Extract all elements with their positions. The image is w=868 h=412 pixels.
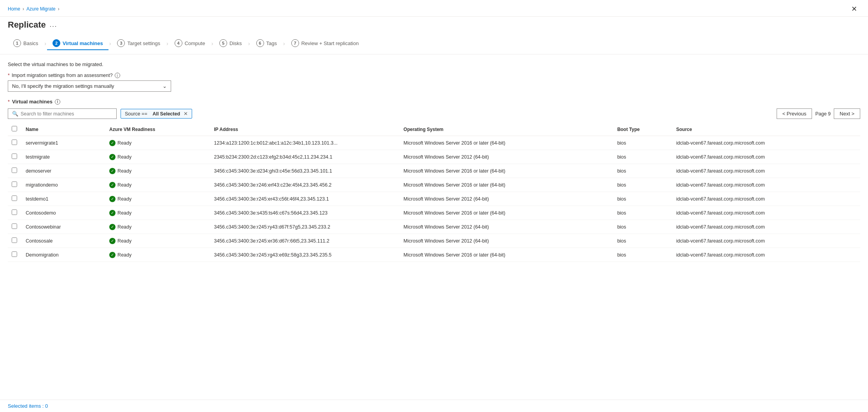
next-button[interactable]: Next >: [834, 108, 860, 119]
footer-bar: Selected items : 0: [0, 400, 868, 412]
table-row: migrationdemo ✓ Ready 3456.c345:3400:3e:…: [8, 178, 860, 192]
ready-check-icon: ✓: [109, 140, 116, 146]
row-name: testdemo1: [22, 192, 105, 206]
import-question-text: Import migration settings from an assess…: [12, 73, 113, 78]
table-row: testdemo1 ✓ Ready 3456.c345:3400:3e:r245…: [8, 192, 860, 206]
table-row: Contosodemo ✓ Ready 3456.c345:3400:3e:s4…: [8, 206, 860, 220]
row-os: Microsoft Windows Server 2016 or later (…: [400, 206, 614, 220]
ready-text: Ready: [117, 154, 131, 160]
col-checkbox: [8, 123, 22, 136]
ready-check-icon: ✓: [109, 182, 116, 188]
ready-check-icon: ✓: [109, 238, 116, 244]
table-row: Contososale ✓ Ready 3456.c345:3400:3e:r2…: [8, 234, 860, 248]
row-checkbox-0[interactable]: [12, 140, 17, 145]
filter-tag-remove-icon[interactable]: ✕: [184, 111, 188, 117]
search-box[interactable]: 🔍: [8, 108, 117, 119]
ready-text: Ready: [117, 224, 131, 230]
step-virtual-machines[interactable]: 2 Virtual machines: [47, 37, 108, 50]
row-checkbox-3[interactable]: [12, 182, 17, 187]
row-source: idclab-vcen67.fareast.corp.microsoft.com: [672, 178, 860, 192]
row-os: Microsoft Windows Server 2016 or later (…: [400, 164, 614, 178]
import-info-icon[interactable]: i: [115, 73, 120, 78]
step-compute[interactable]: 4 Compute: [169, 37, 211, 50]
close-button[interactable]: ✕: [848, 3, 860, 15]
row-os: Microsoft Windows Server 2012 (64-bit): [400, 220, 614, 234]
row-checkbox-7[interactable]: [12, 237, 17, 243]
row-source: idclab-vcen67.fareast.corp.microsoft.com: [672, 206, 860, 220]
row-ip: 3456.c345:3400:3e:s435:ts46:c67s:56d4,23…: [210, 206, 399, 220]
step-disks[interactable]: 5 Disks: [214, 37, 247, 50]
row-boot: bios: [613, 206, 672, 220]
select-all-checkbox[interactable]: [12, 126, 17, 131]
import-dropdown-value: No, I'll specify the migration settings …: [12, 83, 114, 89]
row-checkbox-cell: [8, 206, 22, 220]
row-os: Microsoft Windows Server 2012 (64-bit): [400, 150, 614, 164]
search-icon: 🔍: [12, 111, 18, 117]
import-dropdown[interactable]: No, I'll specify the migration settings …: [8, 80, 171, 92]
row-os: Microsoft Windows Server 2016 or later (…: [400, 248, 614, 262]
step-label-1: Basics: [23, 40, 38, 46]
vm-info-icon[interactable]: i: [55, 99, 60, 105]
row-checkbox-5[interactable]: [12, 209, 17, 215]
breadcrumb-sep1: ›: [23, 6, 24, 12]
pagination: < Previous Page 9 Next >: [777, 108, 860, 119]
row-checkbox-2[interactable]: [12, 168, 17, 173]
wizard-steps: 1 Basics › 2 Virtual machines › 3 Target…: [0, 33, 868, 54]
previous-button[interactable]: < Previous: [777, 108, 812, 119]
row-readiness: ✓ Ready: [105, 164, 210, 178]
filter-tag[interactable]: Source == All Selected ✕: [121, 109, 192, 119]
row-readiness: ✓ Ready: [105, 150, 210, 164]
row-os: Microsoft Windows Server 2016 or later (…: [400, 136, 614, 150]
table-row: demoserver ✓ Ready 3456:c345:3400:3e:d23…: [8, 164, 860, 178]
row-readiness: ✓ Ready: [105, 248, 210, 262]
row-name: Demomigration: [22, 248, 105, 262]
table-header: Name Azure VM Readiness IP Address Opera…: [8, 123, 860, 136]
filter-left: 🔍 Source == All Selected ✕: [8, 108, 192, 119]
import-label: * Import migration settings from an asse…: [8, 73, 860, 78]
row-source: idclab-vcen67.fareast.corp.microsoft.com: [672, 248, 860, 262]
step-tags[interactable]: 6 Tags: [251, 37, 282, 50]
ready-text: Ready: [117, 196, 131, 202]
row-checkbox-8[interactable]: [12, 251, 17, 257]
ready-text: Ready: [117, 238, 131, 244]
row-boot: bios: [613, 192, 672, 206]
step-label-3: Target settings: [127, 40, 160, 46]
row-readiness: ✓ Ready: [105, 178, 210, 192]
row-checkbox-cell: [8, 234, 22, 248]
row-name: testmigrate: [22, 150, 105, 164]
row-name: migrationdemo: [22, 178, 105, 192]
row-boot: bios: [613, 164, 672, 178]
filter-tag-prefix: Source ==: [125, 111, 147, 117]
step-basics[interactable]: 1 Basics: [8, 37, 44, 50]
breadcrumb-home[interactable]: Home: [8, 6, 20, 12]
row-checkbox-cell: [8, 248, 22, 262]
row-os: Microsoft Windows Server 2012 (64-bit): [400, 234, 614, 248]
row-source: idclab-vcen67.fareast.corp.microsoft.com: [672, 220, 860, 234]
ready-text: Ready: [117, 140, 131, 146]
ready-text: Ready: [117, 182, 131, 188]
row-checkbox-1[interactable]: [12, 154, 17, 159]
row-boot: bios: [613, 234, 672, 248]
page-info: Page 9: [815, 111, 831, 117]
row-checkbox-cell: [8, 136, 22, 150]
row-checkbox-cell: [8, 192, 22, 206]
table-row: Contosowebinar ✓ Ready 3456.c345:3400:3e…: [8, 220, 860, 234]
step-review[interactable]: 7 Review + Start replication: [286, 37, 364, 50]
search-input[interactable]: [21, 111, 112, 117]
col-readiness: Azure VM Readiness: [105, 123, 210, 136]
row-name: Contosodemo: [22, 206, 105, 220]
row-name: demoserver: [22, 164, 105, 178]
row-checkbox-6[interactable]: [12, 223, 17, 229]
row-ip: 1234:a123:1200:1c:b012:abc1:a12c:34b1,10…: [210, 136, 399, 150]
row-checkbox-4[interactable]: [12, 196, 17, 201]
more-options-button[interactable]: ...: [50, 21, 57, 28]
row-ip: 3456.c345:3400:3e:r245:ry43:d67f:57g5,23…: [210, 220, 399, 234]
col-ip: IP Address: [210, 123, 399, 136]
step-label-4: Compute: [185, 40, 205, 46]
step-target-settings[interactable]: 3 Target settings: [112, 37, 166, 50]
breadcrumb-azure-migrate[interactable]: Azure Migrate: [26, 6, 56, 12]
row-source: idclab-vcen67.fareast.corp.microsoft.com: [672, 136, 860, 150]
row-boot: bios: [613, 248, 672, 262]
col-name: Name: [22, 123, 105, 136]
vm-required-mark: *: [8, 99, 10, 105]
